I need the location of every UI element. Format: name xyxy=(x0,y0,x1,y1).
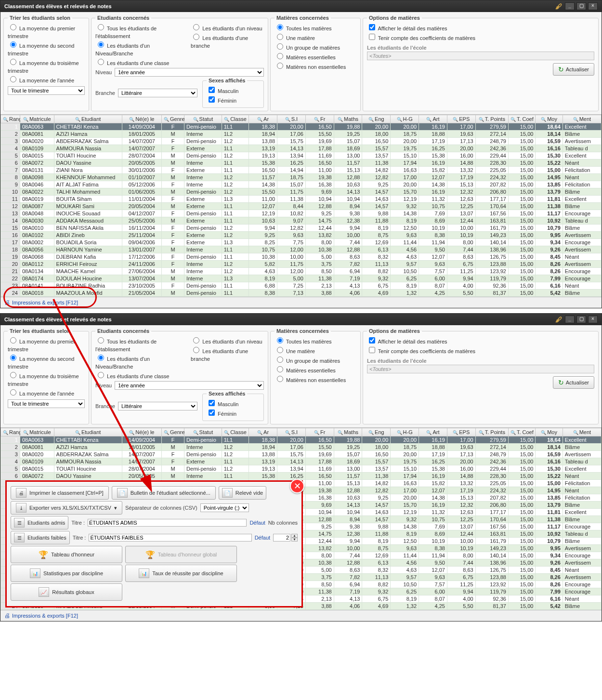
radio-option[interactable]: Les étudiants d'une classe xyxy=(95,57,187,67)
column-header[interactable]: 🔍Maths xyxy=(334,428,362,436)
column-header[interactable]: 🔍Statut xyxy=(184,115,222,123)
maximize-button[interactable]: ▢ xyxy=(576,2,586,10)
column-header[interactable]: 🔍Statut xyxy=(184,428,222,436)
branch-select[interactable]: Littéraire xyxy=(118,89,197,97)
radio-option[interactable]: La moyenne du premier trimestre xyxy=(8,23,85,40)
use-coef-checkbox[interactable] xyxy=(369,347,375,353)
column-header[interactable]: 🔍Eng xyxy=(362,428,391,436)
column-header[interactable]: 🔍Ment xyxy=(563,115,601,123)
minimize-button[interactable]: _ xyxy=(565,2,575,10)
radio-option[interactable]: Les étudiants d'un Niveau/Branche xyxy=(95,40,187,57)
radio-option[interactable]: Les étudiants d'une classe xyxy=(95,370,187,380)
radio-option[interactable]: Toutes les matières xyxy=(275,336,356,345)
close-button[interactable]: × xyxy=(588,316,598,323)
column-header[interactable]: 🔍Né(e) le xyxy=(122,428,161,436)
table-row[interactable]: 608A0072DAOU Yassine20/05/2005MInterne1L… xyxy=(1,159,602,167)
table-row[interactable]: 408A0109AMMOURA Nassia14/07/2007FExterne… xyxy=(1,145,602,152)
table-row[interactable]: 1208A0087MOUKARI Sami20/05/2004MExterne1… xyxy=(1,203,602,210)
radio-option[interactable]: La moyenne du second trimestre xyxy=(8,353,85,370)
radio-option[interactable]: Matières essentielles xyxy=(275,365,356,374)
radio-option[interactable]: La moyenne du premier trimestre xyxy=(8,336,85,353)
students-weak-button[interactable]: ☰Etudiants faibles xyxy=(11,531,70,544)
column-header[interactable]: 🔍Maths xyxy=(334,115,362,123)
nbcol-spinner[interactable]: ▲▼ xyxy=(273,534,298,542)
radio-option[interactable]: Les étudiants d'une branche xyxy=(191,345,264,363)
radio-option[interactable]: Un groupe de matières xyxy=(275,42,356,52)
radio-option[interactable]: Tous les étudiants de l'établissement xyxy=(95,336,187,353)
column-header[interactable]: 🔍Art xyxy=(419,428,447,436)
column-header[interactable]: 🔍Etudiant xyxy=(54,115,122,123)
spinner-up[interactable]: ▲ xyxy=(291,534,298,538)
column-header[interactable]: 🔍Ar xyxy=(249,428,277,436)
show-detail-checkbox[interactable] xyxy=(369,24,375,30)
column-header[interactable]: 🔍Ment xyxy=(563,428,601,436)
table-row[interactable]: 508A0015TOUATI Houcine28/07/2004MDemi-pe… xyxy=(1,152,602,159)
table-row[interactable]: 908A0046AIT ALJAT Fatima05/12/2006FInter… xyxy=(1,181,602,188)
table-row[interactable]: 108A0063CHETTABI Kenza14/09/2004FDemi-pe… xyxy=(1,123,602,131)
weak-title-input[interactable] xyxy=(89,534,251,542)
table-row[interactable]: 308A0020ABDERRAZAK Salma14/07/2007FDemi-… xyxy=(1,451,602,458)
refresh-button[interactable]: ↻ Actualiser xyxy=(553,376,594,389)
table-row[interactable]: 1508A0010BEN NAFISSA Akila16/11/2004FDem… xyxy=(1,225,602,232)
table-row[interactable]: 308A0020ABDERRAZAK Salma14/07/2007FDemi-… xyxy=(1,138,602,145)
column-header[interactable]: 🔍Moy xyxy=(536,115,563,123)
radio-option[interactable]: Une matière xyxy=(275,345,356,355)
maximize-button[interactable]: ▢ xyxy=(576,316,586,323)
table-row[interactable]: 208A0081AZIZI Hamza18/01/2005MInterne1L2… xyxy=(1,131,602,138)
radio-option[interactable]: Les étudiants d'un niveau xyxy=(191,23,264,32)
table-row[interactable]: 2208A0174DJOULAH Houcine13/07/2004MInter… xyxy=(1,275,602,282)
table-row[interactable]: 508A0015TOUATI Houcine28/07/2004MDemi-pe… xyxy=(1,465,602,473)
table-row[interactable]: 608A0072DAOU Yassine20/05/2005MInterne1L… xyxy=(1,473,602,480)
table-row[interactable]: 108A0063CHETTABI Kenza14/09/2004FDemi-pe… xyxy=(1,436,602,444)
column-header[interactable]: 🔍Matricule xyxy=(20,115,54,123)
radio-option[interactable]: Un groupe de matières xyxy=(275,355,356,365)
radio-option[interactable]: La moyenne de l'année xyxy=(8,388,85,397)
sex-male-checkbox[interactable] xyxy=(209,87,215,93)
use-coef-checkbox[interactable] xyxy=(369,34,375,40)
global-results-button[interactable]: 📈Résultats globaux xyxy=(11,583,122,601)
radio-option[interactable]: Tous les étudiants de l'établissement xyxy=(95,23,187,40)
nbcol-input[interactable] xyxy=(273,534,290,542)
radio-option[interactable]: La moyenne du troisième trimestre xyxy=(8,57,85,75)
stats-by-discipline-button[interactable]: 📊Statistiques par discipline xyxy=(11,565,122,582)
close-panel-button[interactable]: ✕ xyxy=(290,479,304,493)
column-header[interactable]: 🔍T. Points xyxy=(475,115,508,123)
close-button[interactable]: × xyxy=(588,2,598,10)
minimize-button[interactable]: _ xyxy=(565,316,575,323)
radio-option[interactable]: Les étudiants d'une branche xyxy=(191,32,264,50)
refresh-button[interactable]: ↻ Actualiser xyxy=(553,63,594,76)
radio-option[interactable]: Matières essentielles xyxy=(275,52,356,61)
theme-brush-icon[interactable]: 🖌 xyxy=(555,314,562,325)
impressions-exports-link[interactable]: 🖨 Impressions & exports [F12] xyxy=(4,299,78,306)
column-header[interactable]: 🔍T. Coef xyxy=(508,428,535,436)
column-header[interactable]: 🔍Matricule xyxy=(20,428,54,436)
table-row[interactable]: 2008A0112ERRICHI Feirouz24/11/2006FInter… xyxy=(1,261,602,268)
level-select[interactable]: 1ère année xyxy=(115,68,264,77)
students-admitted-button[interactable]: ☰Etudiants admis xyxy=(11,516,68,529)
column-header[interactable]: 🔍Etudiant xyxy=(54,428,122,436)
sex-male-checkbox[interactable] xyxy=(209,400,215,406)
radio-option[interactable]: Toutes les matières xyxy=(275,23,356,32)
column-header[interactable]: 🔍Genre xyxy=(162,115,184,123)
column-header[interactable]: 🔍Genre xyxy=(162,428,184,436)
table-row[interactable]: 2408A0018MAAZOULA Moufid21/05/2004MDemi-… xyxy=(1,290,602,297)
sex-female-checkbox[interactable] xyxy=(209,96,215,103)
table-row[interactable]: 2108A0134MAACHE Kamel27/06/2004MInterne1… xyxy=(1,268,602,275)
column-header[interactable]: 🔍Rang xyxy=(1,428,20,436)
branch-select[interactable]: Littéraire xyxy=(118,402,197,410)
column-header[interactable]: 🔍Classe xyxy=(222,428,249,436)
column-header[interactable]: 🔍EPS xyxy=(447,115,475,123)
table-row[interactable]: 708A0131ZIANI Nora30/01/2006FExterne1L11… xyxy=(1,167,602,174)
csv-separator-select[interactable]: Point-virgule (;) xyxy=(200,503,249,512)
sort-period-select[interactable]: Tout le trimestre xyxy=(8,86,85,95)
school-students-select[interactable]: <Toutes> xyxy=(367,52,594,60)
table-row[interactable]: 208A0081AZIZI Hamza18/01/2005MInterne1L2… xyxy=(1,444,602,451)
table-row[interactable]: 2308A0141BOUBAZINE Radhia23/10/2005FDemi… xyxy=(1,282,602,290)
sex-female-checkbox[interactable] xyxy=(209,409,215,416)
column-header[interactable]: 🔍T. Points xyxy=(475,428,508,436)
data-grid[interactable]: 🔍Rang🔍Matricule🔍Etudiant🔍Né(e) le🔍Genre🔍… xyxy=(0,114,602,297)
column-header[interactable]: 🔍Art xyxy=(419,115,447,123)
column-header[interactable]: 🔍S.I xyxy=(277,428,306,436)
column-header[interactable]: 🔍EPS xyxy=(447,428,475,436)
radio-option[interactable]: Matières non essentielles xyxy=(275,61,356,71)
